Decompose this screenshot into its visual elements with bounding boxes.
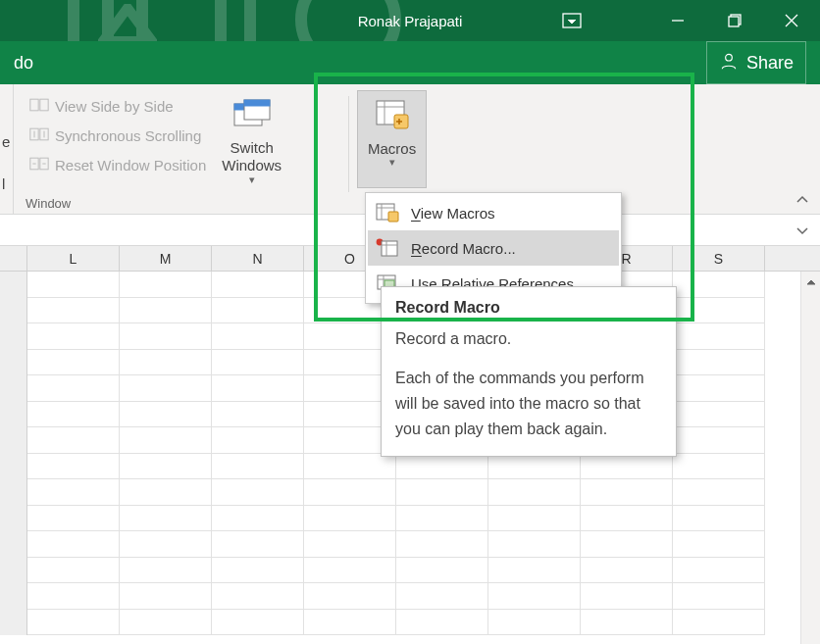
record-macro-icon — [376, 237, 399, 259]
switch-windows-icon — [231, 94, 273, 135]
tab-row: do Share — [0, 41, 820, 84]
svg-rect-4 — [729, 17, 739, 26]
macros-button[interactable]: Macros ▾ — [357, 90, 427, 188]
reset-window-position-label: Reset Window Position — [55, 157, 206, 173]
menu-view-macros-label: View Macros — [411, 205, 495, 222]
row-header-gutter[interactable] — [0, 246, 27, 271]
menu-record-macro-label: Record Macro... — [411, 240, 516, 257]
column-header[interactable]: N — [212, 246, 304, 271]
tooltip-body: Each of the commands you perform will be… — [395, 366, 662, 442]
table-row[interactable] — [0, 454, 820, 480]
scroll-up-button[interactable] — [801, 272, 820, 293]
macros-label: Macros — [368, 140, 416, 157]
svg-marker-1 — [103, 8, 152, 41]
vertical-scrollbar[interactable] — [800, 272, 820, 644]
side-by-side-icon — [29, 97, 49, 116]
tooltip-summary: Record a macro. — [395, 326, 662, 352]
titlebar: Ronak Prajapati — [0, 0, 820, 41]
column-header[interactable]: L — [27, 246, 120, 271]
window-controls — [649, 0, 820, 41]
sliver-char-top: e — [2, 133, 10, 150]
table-row[interactable] — [0, 531, 820, 558]
dropdown-arrow-icon: ▾ — [389, 157, 395, 167]
view-side-by-side-label: View Side by Side — [55, 98, 174, 115]
svg-point-5 — [726, 54, 733, 61]
table-row[interactable] — [0, 583, 820, 610]
ribbon-display-options-button[interactable] — [549, 0, 594, 41]
share-button[interactable]: Share — [706, 41, 806, 84]
column-header[interactable]: M — [120, 246, 212, 271]
ribbon-group-window: View Side by Side Synchronous Scrolling … — [16, 90, 349, 214]
reset-window-icon — [29, 156, 49, 174]
close-button[interactable] — [763, 0, 820, 41]
menu-view-macros[interactable]: View Macros — [368, 195, 619, 230]
tab-partial[interactable]: do — [6, 49, 41, 77]
share-label: Share — [746, 53, 794, 74]
table-row[interactable] — [0, 506, 820, 532]
table-row[interactable] — [0, 610, 820, 636]
dropdown-arrow-icon: ▾ — [249, 174, 255, 184]
table-row[interactable] — [0, 558, 820, 584]
svg-rect-19 — [388, 212, 398, 222]
column-header[interactable]: S — [673, 246, 765, 271]
group-label-window: Window — [26, 196, 71, 211]
share-icon — [719, 51, 739, 75]
restore-button[interactable] — [706, 0, 763, 41]
svg-rect-21 — [382, 241, 397, 256]
svg-rect-6 — [30, 99, 38, 111]
tooltip-record-macro: Record Macro Record a macro. Each of the… — [381, 286, 677, 457]
view-macros-icon — [376, 202, 399, 223]
synchronous-scrolling-button[interactable]: Synchronous Scrolling — [24, 122, 212, 149]
svg-rect-7 — [40, 99, 48, 111]
expand-formula-bar-button[interactable] — [793, 221, 812, 240]
collapse-ribbon-button[interactable] — [791, 188, 814, 212]
menu-record-macro[interactable]: Record Macro... — [368, 230, 619, 266]
svg-rect-15 — [244, 100, 270, 106]
sync-scrolling-icon — [29, 126, 49, 145]
switch-windows-button[interactable]: Switch Windows ▾ — [212, 90, 291, 188]
ribbon-left-sliver: e l — [0, 84, 14, 214]
synchronous-scrolling-label: Synchronous Scrolling — [55, 127, 201, 144]
tooltip-title: Record Macro — [395, 299, 662, 317]
user-name: Ronak Prajapati — [358, 13, 463, 29]
reset-window-position-button[interactable]: Reset Window Position — [24, 151, 212, 178]
macros-icon — [372, 95, 413, 136]
switch-windows-label: Switch Windows — [222, 139, 282, 174]
sliver-char-bottom: l — [2, 175, 5, 192]
table-row[interactable] — [0, 479, 820, 506]
view-side-by-side-button[interactable]: View Side by Side — [24, 92, 212, 120]
minimize-button[interactable] — [649, 0, 706, 41]
